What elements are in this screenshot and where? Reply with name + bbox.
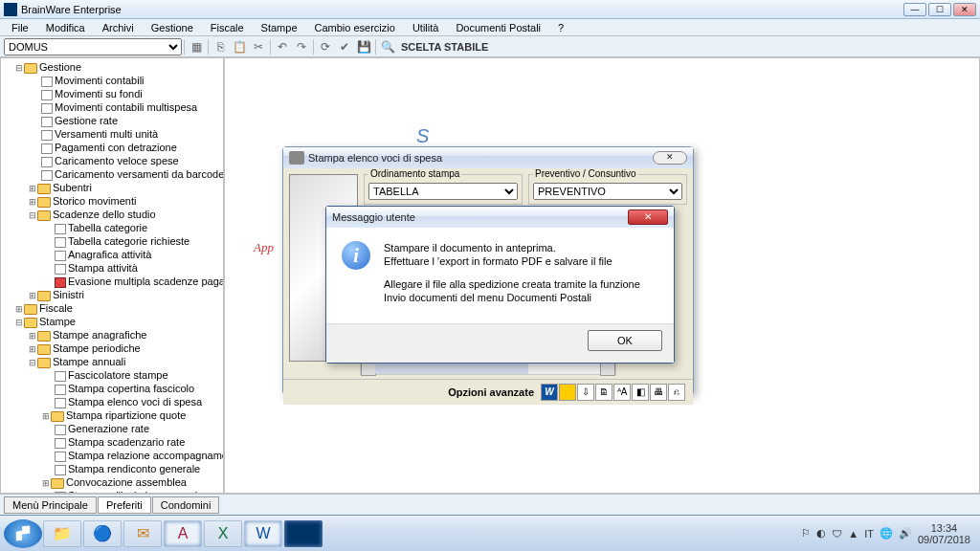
message-dialog-title-bar[interactable]: Messaggio utente ✕ [326,207,674,228]
maximize-button[interactable]: ☐ [928,3,951,16]
system-tray[interactable]: ⚐ ◐ 🛡 ▲ IT 🌐 🔊 13:3409/07/2018 [795,522,976,545]
save-icon[interactable]: 💾 [355,38,372,55]
tree-item[interactable]: Movimenti contabili [1,74,223,87]
tray-generic-icon[interactable]: ◐ [816,527,826,540]
tab-menu-principale[interactable]: Menù Principale [4,496,97,514]
preventivo-select[interactable]: PREVENTIVO [533,183,682,200]
app-banner-text: App [254,240,274,255]
tray-generic-icon[interactable]: ▲ [848,528,858,540]
tree-scadenze[interactable]: ⊟Scadenze dello studio [1,208,223,221]
tree-item[interactable]: Stampa millesimi convocazione [1,489,223,494]
tree-item[interactable]: ⊞Stampe anagrafiche [1,328,223,342]
taskbar-chrome-icon[interactable]: 🔵 [83,520,122,547]
word-icon[interactable]: W [541,384,558,401]
tree-item[interactable]: Tabella categorie [1,221,223,234]
tab-condomini[interactable]: Condomini [152,496,220,514]
tree-item[interactable]: Movimenti contabili multispesa [1,100,223,114]
footer-icon-7[interactable]: 🖶 [650,384,667,401]
taskbar-excel-icon[interactable]: X [204,520,242,547]
tray-generic-icon[interactable]: 🛡 [832,528,842,540]
tray-volume-icon[interactable]: 🔊 [899,527,912,540]
menu-file[interactable]: File [4,22,36,33]
tree-item[interactable]: Stampa elenco voci di spesa [1,395,223,408]
footer-icon-8[interactable]: ⎌ [668,384,685,401]
taskbar-outlook-icon[interactable]: ✉ [123,520,162,547]
menu-archivi[interactable]: Archivi [95,22,142,33]
check-icon[interactable]: ✔ [336,38,353,55]
title-bar: BrainWare Enterprise — ☐ ✕ [0,0,980,19]
close-button[interactable]: ✕ [953,3,976,16]
tree-item[interactable]: Caricamento veloce spese [1,154,223,167]
tree-item[interactable]: Movimenti su fondi [1,87,223,100]
ordinamento-select[interactable]: TABELLA [368,183,518,200]
tree-item[interactable]: Caricamento versamenti da barcode [1,167,223,181]
tree-item[interactable]: Stampa rendiconto generale [1,462,223,475]
minimize-button[interactable]: — [903,3,926,16]
menu-gestione[interactable]: Gestione [144,22,201,33]
redo-icon[interactable]: ↷ [293,38,310,55]
tree-item[interactable]: Stampa scadenzario rate [1,435,223,449]
cut-icon[interactable]: ✂ [250,38,267,55]
menu-stampe[interactable]: Stampe [254,22,305,33]
search-icon[interactable]: 🔍 [379,38,396,55]
navigation-tree[interactable]: ⊟Gestione Movimenti contabili Movimenti … [0,57,224,494]
tree-sinistri[interactable]: ⊞Sinistri [1,288,223,301]
ok-button[interactable]: OK [588,330,662,351]
toolbar: DOMUS ▦ ⎘ 📋 ✂ ↶ ↷ ⟳ ✔ 💾 🔍 SCELTA STABILE [0,36,980,57]
undo-icon[interactable]: ↶ [274,38,291,55]
info-icon: i [342,241,370,270]
tree-evasione[interactable]: Evasione multipla scadenze pagamento [1,275,223,288]
message-dialog-close[interactable]: ✕ [628,209,668,225]
taskbar-word-icon[interactable]: W [244,520,282,547]
taskbar-brainware-icon[interactable] [284,520,323,547]
tree-item[interactable]: ⊞Stampa ripartizione quote [1,408,223,422]
tree-item[interactable]: Tabella categorie richieste [1,234,223,248]
footer-icon-6[interactable]: ◧ [632,384,649,401]
footer-icon-2[interactable] [559,384,576,401]
scelta-stabile-label[interactable]: SCELTA STABILE [401,41,488,53]
tree-item[interactable]: Fascicolatore stampe [1,368,223,382]
stampa-dialog-close[interactable]: ✕ [653,151,687,165]
footer-icon-3[interactable]: ⇩ [577,384,594,401]
start-button[interactable] [4,519,42,548]
menu-cambio-esercizio[interactable]: Cambio esercizio [307,22,403,33]
taskbar-explorer-icon[interactable]: 📁 [43,520,81,547]
copy-icon[interactable]: ⎘ [212,38,229,55]
tree-item[interactable]: Pagamenti con detrazione [1,141,223,154]
stampa-dialog-title-bar[interactable]: Stampa elenco voci di spesa ✕ [283,147,693,168]
taskbar-access-icon[interactable]: A [164,520,202,547]
refresh-icon[interactable]: ⟳ [317,38,334,55]
menu-help[interactable]: ? [550,22,571,33]
tree-item[interactable]: Generazione rate [1,422,223,435]
tree-item[interactable]: ⊞Stampe periodiche [1,342,223,355]
toolbar-icon-1[interactable]: ▦ [188,38,205,55]
tray-language[interactable]: IT [864,528,874,540]
tree-storico[interactable]: ⊞Storico movimenti [1,194,223,208]
tree-item[interactable]: Gestione rate [1,114,223,127]
tree-item[interactable]: Stampa attività [1,261,223,275]
tree-subentri[interactable]: ⊞Subentri [1,181,223,194]
selector-stabile[interactable]: DOMUS [4,38,182,55]
tree-gestione[interactable]: ⊟Gestione [1,60,223,74]
tree-item[interactable]: Anagrafica attività [1,248,223,261]
tree-item[interactable]: Versamenti multi unità [1,127,223,141]
menu-fiscale[interactable]: Fiscale [203,22,252,33]
menu-utilita[interactable]: Utilità [405,22,447,33]
opzioni-avanzate-label[interactable]: Opzioni avanzate [448,386,534,398]
tree-item[interactable]: ⊞Convocazione assemblea [1,475,223,489]
tree-fiscale[interactable]: ⊞Fiscale [1,301,223,315]
tree-item[interactable]: Stampa copertina fascicolo [1,382,223,395]
tree-stampe-annuali[interactable]: ⊟Stampe annuali [1,355,223,368]
tab-preferiti[interactable]: Preferiti [98,496,151,514]
menu-modifica[interactable]: Modifica [38,22,93,33]
menu-documenti-postali[interactable]: Documenti Postali [448,22,548,33]
stampa-dialog-title: Stampa elenco voci di spesa [308,152,442,164]
footer-icon-5[interactable]: ᴬA [613,384,631,401]
tray-flag-icon[interactable]: ⚐ [801,527,811,540]
paste-icon[interactable]: 📋 [231,38,248,55]
tray-clock[interactable]: 13:3409/07/2018 [918,522,970,545]
tree-stampe[interactable]: ⊟Stampe [1,315,223,328]
tree-item[interactable]: Stampa relazione accompagnamento rendico… [1,449,223,462]
footer-icon-4[interactable]: 🗎 [595,384,612,401]
tray-network-icon[interactable]: 🌐 [880,527,893,540]
